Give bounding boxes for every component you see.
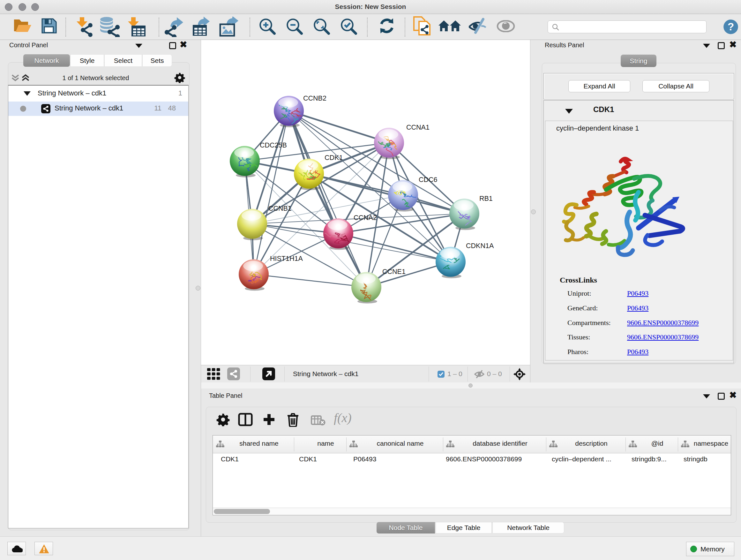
svg-text:CDC25B: CDC25B [260,141,287,149]
svg-text:CCNA2: CCNA2 [354,214,377,222]
svg-text:HIST1H1A: HIST1H1A [270,255,303,262]
svg-text:RB1: RB1 [479,195,493,202]
svg-text:CCNA1: CCNA1 [406,124,429,131]
svg-text:CDKN1A: CDKN1A [466,242,494,250]
svg-text:?: ? [728,21,734,33]
svg-text:CDC6: CDC6 [419,176,437,184]
svg-text:CCNB1: CCNB1 [268,205,292,212]
svg-text:CCNB2: CCNB2 [303,95,327,102]
svg-text:CCNE1: CCNE1 [382,268,406,275]
svg-text:CDK1: CDK1 [325,154,343,162]
